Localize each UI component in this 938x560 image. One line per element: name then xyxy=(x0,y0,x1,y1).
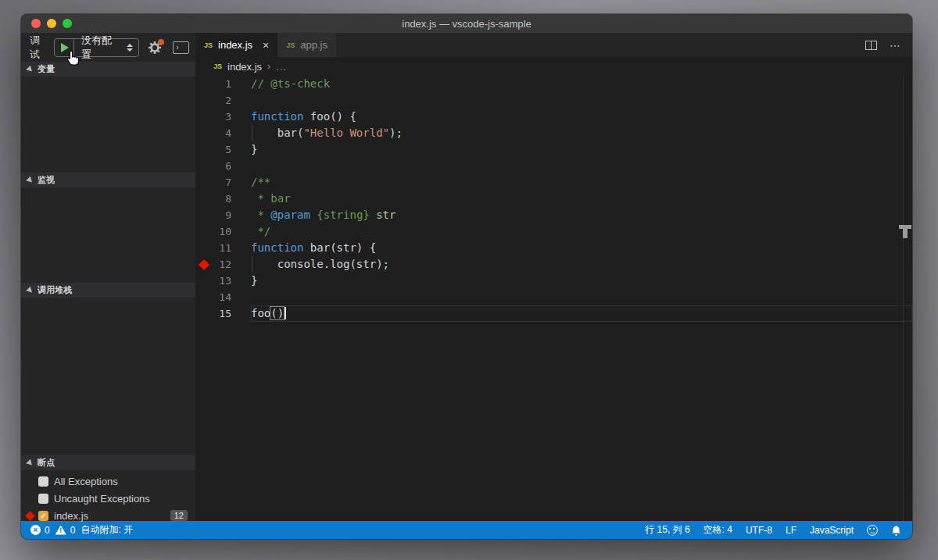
status-item[interactable]: ×0 xyxy=(30,525,50,536)
code-token: ); xyxy=(389,127,403,139)
code-editor[interactable]: 1// @ts-check23function foo() {4 bar("He… xyxy=(195,76,912,521)
code-line[interactable]: 2 xyxy=(195,92,912,109)
breadcrumb-symbol[interactable]: ... xyxy=(276,61,287,73)
tab-label: index.js xyxy=(218,39,252,51)
code-line[interactable]: 3function foo() { xyxy=(195,109,912,125)
debug-config-dropdown[interactable]: 没有配置 xyxy=(74,39,138,56)
more-actions-icon[interactable]: ⋯ xyxy=(890,39,901,52)
breakpoint-margin[interactable] xyxy=(195,273,213,289)
start-debug-button[interactable] xyxy=(55,39,73,56)
code-line[interactable]: 6 xyxy=(195,158,912,174)
status-item[interactable]: JavaScript xyxy=(810,525,854,536)
workbench: 调试 没有配置 xyxy=(21,33,912,521)
breakpoint-margin[interactable] xyxy=(195,76,213,92)
code-token: console.log(str); xyxy=(251,258,389,270)
code-line[interactable]: 10 */ xyxy=(195,223,912,240)
t-scroll-marker[interactable] xyxy=(899,225,911,238)
breakpoint-label: index.js xyxy=(54,510,88,522)
breakpoint-margin[interactable] xyxy=(195,92,213,109)
code-line[interactable]: 13} xyxy=(195,273,912,289)
breakpoint-margin[interactable] xyxy=(195,191,213,207)
section-title: 变量 xyxy=(38,63,55,75)
code-line[interactable]: 15foo() xyxy=(195,305,912,322)
debug-console-icon: › xyxy=(176,43,178,52)
code-line[interactable]: 1// @ts-check xyxy=(195,76,912,92)
window-title: index.js — vscode-js-sample xyxy=(402,18,531,30)
breakpoint-margin[interactable] xyxy=(195,223,213,240)
breakpoint-margin[interactable] xyxy=(195,289,213,305)
breakpoint-margin[interactable] xyxy=(195,174,213,191)
gear-notification-dot xyxy=(158,39,164,45)
section-title: 调用堆栈 xyxy=(38,284,72,296)
status-item[interactable]: 自动附加: 开 xyxy=(81,523,133,537)
breakpoint-margin[interactable] xyxy=(195,109,213,125)
minimize-traffic-light[interactable] xyxy=(47,19,56,28)
line-content: * bar xyxy=(251,191,912,207)
line-number: 11 xyxy=(213,242,231,254)
status-item-label: 自动附加: 开 xyxy=(81,523,133,537)
line-number: 12 xyxy=(213,259,231,270)
breakpoint-list-item[interactable]: Uncaught Exceptions xyxy=(21,490,195,507)
line-number: 15 xyxy=(213,308,231,319)
code-line[interactable]: 11function bar(str) { xyxy=(195,240,912,256)
code-line[interactable]: 5} xyxy=(195,141,912,158)
breakpoint-margin[interactable] xyxy=(195,158,213,174)
status-item[interactable]: 行 15, 列 6 xyxy=(645,523,689,537)
section-header-breakpoints[interactable]: 断点 xyxy=(21,455,195,470)
breakpoint-margin[interactable] xyxy=(195,125,213,141)
breakpoint-margin[interactable] xyxy=(195,240,213,256)
status-item[interactable]: !0 xyxy=(55,525,76,536)
breakpoint-margin[interactable] xyxy=(195,207,213,223)
breakpoint-margin[interactable] xyxy=(195,141,213,158)
error-circle-icon: × xyxy=(30,525,41,535)
code-token: foo xyxy=(251,307,270,319)
line-number: 4 xyxy=(213,127,231,139)
breakpoint-checkbox[interactable] xyxy=(38,494,48,504)
code-token: } xyxy=(251,274,257,287)
code-token: /** xyxy=(251,176,270,188)
section-header-variables[interactable]: 变量 xyxy=(21,62,195,77)
code-token: */ xyxy=(251,225,270,237)
status-item[interactable]: LF xyxy=(786,525,797,536)
twisty-icon xyxy=(26,65,34,73)
section-header-watch[interactable]: 监视 xyxy=(21,173,195,187)
code-line[interactable]: 8 * bar xyxy=(195,191,912,207)
breakpoint-margin[interactable] xyxy=(195,305,213,322)
tab-list: JSindex.js×JSapp.js xyxy=(195,33,337,57)
feedback-smiley-icon[interactable] xyxy=(867,525,878,536)
code-token: foo() { xyxy=(303,110,356,123)
code-line[interactable]: 4 bar("Hello World"); xyxy=(195,125,912,141)
close-traffic-light[interactable] xyxy=(31,19,41,28)
section-header-callstack[interactable]: 调用堆栈 xyxy=(21,283,195,298)
code-line[interactable]: 14 xyxy=(195,289,912,305)
code-line[interactable]: 9 * @param {string} str xyxy=(195,207,912,223)
warning-triangle-icon: ! xyxy=(55,526,66,535)
code-token: // @ts-check xyxy=(251,77,330,90)
breadcrumb-file-icon: JS xyxy=(213,62,222,70)
breakpoint-checkbox[interactable]: ✓ xyxy=(38,511,48,521)
js-file-icon: JS xyxy=(204,41,213,49)
debug-console-button[interactable]: › xyxy=(173,41,189,54)
breakpoint-margin[interactable] xyxy=(195,256,213,273)
line-number: 10 xyxy=(213,226,231,237)
editor-actions: ⋯ xyxy=(865,33,912,57)
breakpoint-checkbox[interactable] xyxy=(38,476,48,487)
js-file-icon: JS xyxy=(286,41,295,49)
breakpoint-list-item[interactable]: ✓index.js12 xyxy=(21,507,195,524)
breadcrumb-file[interactable]: index.js xyxy=(227,61,262,73)
configure-gear-button[interactable] xyxy=(147,40,163,55)
updown-stepper-icon xyxy=(127,44,133,52)
code-line[interactable]: 12 console.log(str); xyxy=(195,256,912,273)
tab-app.js[interactable]: JSapp.js xyxy=(277,33,337,57)
zoom-traffic-light[interactable] xyxy=(63,19,72,28)
status-item[interactable]: 空格: 4 xyxy=(704,523,732,537)
tab-index.js[interactable]: JSindex.js× xyxy=(195,33,277,57)
code-token: @param xyxy=(270,209,310,221)
split-editor-icon[interactable] xyxy=(865,41,877,50)
status-item[interactable]: UTF-8 xyxy=(746,525,772,536)
code-line[interactable]: 7/** xyxy=(195,174,912,191)
breakpoint-list-item[interactable]: All Exceptions xyxy=(21,473,195,490)
notifications-bell-icon[interactable] xyxy=(891,525,901,536)
line-content: console.log(str); xyxy=(251,256,912,273)
tab-close-icon[interactable]: × xyxy=(263,39,269,52)
